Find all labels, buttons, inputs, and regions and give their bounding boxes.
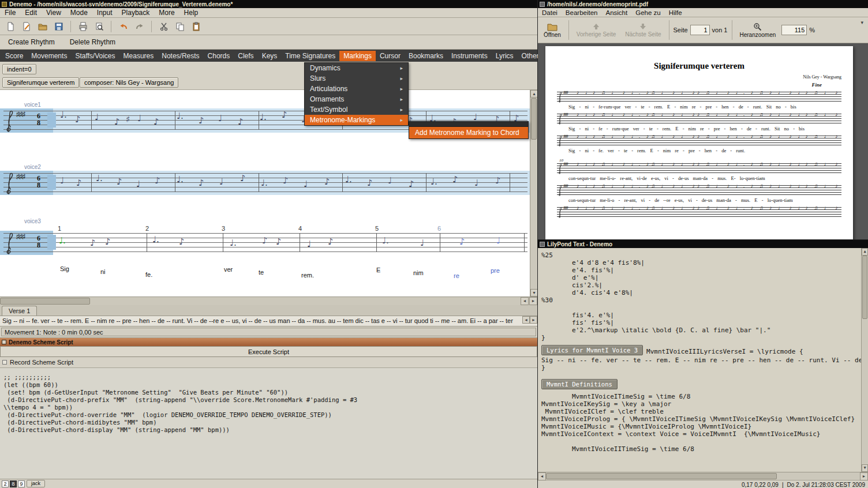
menubar-item[interactable]: Playback	[117, 8, 155, 17]
menubar-item[interactable]: Mode	[66, 8, 92, 17]
status-box[interactable]: 2	[2, 481, 9, 487]
note-icon[interactable]: ♩.	[431, 178, 437, 186]
scroll-down-icon[interactable]: ▼	[862, 464, 868, 472]
add-metronome-marking-item[interactable]: Add Metronome Marking to Chord	[409, 127, 528, 138]
note-icon[interactable]: ♩.	[382, 237, 389, 245]
scroll-thumb[interactable]	[862, 256, 867, 319]
menubar-item[interactable]: Input	[92, 8, 117, 17]
note-icon[interactable]: ♪	[409, 180, 414, 189]
print-preview-icon[interactable]	[92, 20, 106, 33]
next-page-button[interactable]: Nächste Seite	[622, 21, 664, 39]
note-icon[interactable]: ♩	[304, 180, 308, 189]
note-icon[interactable]: ♩	[137, 114, 141, 123]
note-icon[interactable]: ♪	[199, 179, 204, 187]
note-icon[interactable]: ♪	[240, 174, 246, 183]
menubar-item[interactable]: Hilfe	[665, 9, 686, 17]
time-signature[interactable]: 68	[37, 112, 40, 126]
time-signature[interactable]: 68	[37, 235, 40, 249]
note-icon[interactable]: ♩.	[230, 239, 237, 247]
note-icon[interactable]: ♩	[420, 239, 424, 247]
note-icon[interactable]: ♩.	[96, 174, 103, 183]
menu-item[interactable]: Slurs ▸	[305, 73, 408, 84]
verse-tab[interactable]: Verse 1	[2, 306, 37, 316]
copy-icon[interactable]	[173, 20, 187, 33]
note-icon[interactable]: ♪	[155, 177, 160, 185]
note-icon[interactable]: ♪	[199, 117, 204, 125]
note-icon[interactable]: ♩.	[60, 111, 67, 119]
print-icon[interactable]	[76, 20, 90, 33]
rhythm-tool-button[interactable]: Delete Rhythm	[68, 37, 118, 47]
rhythm-tool-button[interactable]: Create Rhythm	[6, 37, 57, 47]
note-icon[interactable]: ♪	[276, 238, 282, 246]
note-icon[interactable]: ♪	[262, 237, 268, 245]
redo-icon[interactable]	[132, 20, 147, 33]
menubar-item[interactable]: Ansicht	[601, 9, 631, 17]
menubar-item[interactable]: View	[42, 8, 66, 17]
scheme-panel-header[interactable]: Denemo Scheme Script	[0, 338, 537, 346]
paste-icon[interactable]	[189, 20, 203, 33]
toolbar-overflow-icon[interactable]: ▾	[858, 20, 866, 25]
note-icon[interactable]: ♩.	[152, 235, 159, 244]
note-icon[interactable]: ♩	[307, 240, 311, 249]
note-icon[interactable]: ♩	[219, 178, 223, 186]
status-box[interactable]: 8	[10, 481, 17, 487]
note-icon[interactable]: ♪	[282, 111, 287, 119]
menubar-item[interactable]: Bearbeiten	[562, 9, 602, 17]
status-box[interactable]: 9	[18, 481, 25, 487]
scroll-thumb[interactable]	[546, 473, 777, 479]
menu-item[interactable]: Ornaments ▸	[305, 94, 408, 104]
note-icon[interactable]: ♩	[136, 180, 140, 189]
command-menu-item[interactable]: Chords	[204, 51, 234, 61]
scroll-left-icon[interactable]: ◄	[538, 472, 546, 481]
note-icon[interactable]: ♪	[75, 115, 81, 124]
lyric-syllable[interactable]: fe.	[145, 271, 152, 278]
note-icon[interactable]: ♩.	[345, 175, 352, 184]
execute-script-button[interactable]: Execute Script	[0, 346, 537, 357]
scroll-left-icon[interactable]: ◄	[521, 297, 529, 305]
command-menu-item[interactable]: Lyrics	[492, 51, 518, 61]
cursor-chord-highlight[interactable]	[47, 175, 56, 190]
command-menu-item[interactable]: Bookmarks	[405, 51, 447, 61]
scroll-right-icon[interactable]: ►	[529, 297, 537, 305]
note-icon[interactable]: ♪	[105, 238, 111, 246]
command-menu-item[interactable]: Notes/Rests	[158, 51, 203, 61]
undo-icon[interactable]	[116, 20, 130, 33]
treble-clef-icon[interactable]	[5, 170, 13, 196]
cursor-chord-highlight[interactable]	[47, 235, 56, 250]
key-signature-icon[interactable]: ♯♯♯	[16, 172, 25, 181]
lyric-syllable[interactable]: E	[376, 266, 380, 273]
note-icon[interactable]: ♪	[114, 118, 120, 126]
note-icon[interactable]: ♩	[218, 114, 222, 123]
denemo-titlebar[interactable]: Denemo - /home/nils/wacost-svn/denemo/20…	[0, 0, 537, 8]
open-icon[interactable]	[35, 20, 50, 33]
note-icon[interactable]: ♪	[154, 118, 159, 126]
command-menu-item[interactable]: Markings	[339, 51, 376, 61]
page-number-input[interactable]	[690, 25, 710, 35]
lyric-syllable[interactable]: te	[259, 269, 264, 276]
definitions-button[interactable]: MvmntI Definitions	[541, 379, 618, 389]
menubar-item[interactable]: Datei	[538, 9, 562, 17]
save-icon[interactable]	[51, 20, 66, 33]
note-icon[interactable]: ♪	[459, 238, 465, 246]
key-signature-icon[interactable]: ♯♯♯	[16, 110, 25, 118]
lilypond-text-editor[interactable]: %25 e'4 d'8 e'4 fis'8%| e'4. fis'%| d' e…	[538, 248, 868, 472]
command-menu-item[interactable]: Score	[1, 51, 27, 61]
zoom-button[interactable]: Heranzoomen	[736, 21, 780, 39]
note-icon[interactable]: ♩	[474, 179, 478, 187]
lyric-syllable[interactable]: ver	[224, 266, 233, 273]
menu-item[interactable]: Articulations ▸	[305, 84, 408, 94]
previous-page-button[interactable]: Vorherige Seite	[573, 21, 619, 39]
open-button[interactable]: Öffnen	[540, 21, 564, 39]
cut-icon[interactable]	[156, 20, 171, 33]
note-icon[interactable]: ♩	[496, 237, 500, 245]
indent-button[interactable]: indent=0	[2, 64, 36, 74]
menubar-item[interactable]: Help	[179, 8, 203, 17]
lyrics-voice3-button[interactable]: Lyrics for MvmntI Voice 3	[541, 345, 643, 355]
note-icon[interactable]: ♩	[388, 177, 392, 185]
note-icon[interactable]: ♪	[324, 178, 330, 186]
record-checkbox-icon[interactable]	[2, 360, 7, 365]
note-icon[interactable]: ♪	[283, 177, 289, 185]
menu-item[interactable]: Text/Symbol ▸	[305, 104, 408, 115]
menu-item[interactable]: Dynamics ▸	[305, 63, 408, 73]
note-icon[interactable]: ♩	[60, 177, 64, 185]
